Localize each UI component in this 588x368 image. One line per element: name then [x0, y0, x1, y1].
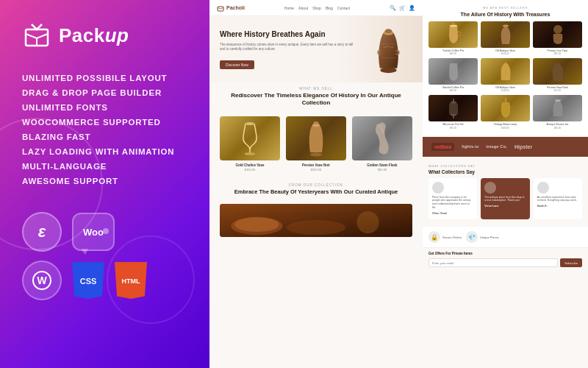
sidebar-product-2[interactable]: Old Antique Vase $120.00	[481, 21, 530, 55]
cta-email-input[interactable]	[429, 258, 558, 267]
testimonials-section: What Collectors Say What Collectors Say …	[423, 158, 588, 225]
product-item-3[interactable]: Golden Swan Flask $50.00	[352, 116, 412, 171]
svg-point-10	[245, 122, 254, 125]
sidebar-product-1[interactable]: Turkish Coffee Pot $80.00	[429, 21, 478, 55]
sidebar-product-4[interactable]: Satchel Coffee Pot $60.00	[429, 58, 478, 92]
product-price-3: $50.00	[352, 168, 412, 171]
product-name-1: Gold Chalice Vase	[220, 163, 280, 167]
section2-title: Embrace The Beauty Of Yesteryears With O…	[209, 188, 423, 199]
user-icon[interactable]: 👤	[409, 5, 415, 11]
site-nav-icons: 🔍 🛒 👤	[390, 5, 415, 11]
lion-icon	[550, 24, 566, 46]
sidebar-product-7[interactable]: Moroccan Tea Set $85.00	[429, 95, 478, 129]
html5-badge: HTML	[115, 262, 147, 299]
wordpress-icon: W	[32, 270, 52, 291]
svg-text:W: W	[37, 275, 47, 286]
section1-title: Rediscover The Timeless Elegance Of Hist…	[209, 92, 423, 113]
nav-blog[interactable]: Blog	[326, 6, 333, 10]
sidebar-cta-section: Get Offers For Private Items Subscribe	[423, 247, 588, 271]
product-image-1	[220, 116, 280, 160]
testimonial-text-2: The antique piece from this shop is a tr…	[484, 196, 526, 203]
brand-hipster: Hipster	[514, 144, 532, 149]
sidebar-product-5[interactable]: Old Antique Vase $140.00	[481, 58, 530, 92]
sidebar-product-img-9	[533, 95, 582, 121]
testimonial-avatar-3	[537, 182, 549, 194]
site-logo-text: Pacholi	[226, 5, 245, 10]
testimonials-title: What Collectors Say	[429, 169, 582, 174]
cta-subscribe-button[interactable]: Subscribe	[560, 258, 582, 267]
site-hero: Where History Breathes Again The eloquen…	[209, 16, 423, 82]
sidebar-product-price-9: $45.00	[533, 127, 582, 130]
css3-badge: CSS	[72, 262, 104, 299]
site-logo: Pacholi	[217, 4, 245, 12]
svg-point-5	[380, 68, 396, 73]
cart-icon[interactable]: 🛒	[399, 5, 406, 11]
sidebar-section-label: We Are Best Sellers	[429, 6, 582, 10]
sidebar-product-price-3: $95.00	[533, 52, 582, 55]
site-logo-icon	[217, 4, 224, 12]
product-item-1[interactable]: Gold Chalice Vase $100.00	[220, 116, 280, 171]
product-price-1: $100.00	[220, 168, 280, 171]
sidebar-product-price-8: $160.00	[481, 127, 530, 130]
section1-label: What We Sell	[209, 82, 423, 92]
feature-item: LAZY LOADING WITH ANIMATION	[22, 147, 187, 156]
product-name-2: Persian Vase Noir	[286, 163, 346, 167]
nav-home[interactable]: Home	[284, 6, 294, 10]
product-name-3: Golden Swan Flask	[352, 163, 412, 167]
sidebar-product-img-2	[481, 21, 530, 48]
svg-point-27	[451, 102, 456, 104]
nav-contact[interactable]: Contact	[337, 6, 350, 10]
search-icon[interactable]: 🔍	[390, 5, 396, 11]
satchel-pot-icon	[446, 60, 461, 83]
testimonial-card-3: An excellent experience from start to fi…	[534, 178, 582, 219]
sidebar-product-img-1	[429, 21, 478, 48]
product-item-2[interactable]: Persian Vase Noir $200.00	[286, 116, 346, 171]
bronze-jar-icon	[551, 98, 565, 118]
feature-item: DRAG & DROP PAGE BUILDER	[22, 88, 187, 97]
sidebar-product-price-1: $80.00	[429, 52, 478, 55]
svg-point-7	[385, 29, 392, 33]
sidebar-product-9[interactable]: Antique Bronze Jar $45.00	[533, 95, 582, 129]
testimonial-author-3: Sarah K.	[537, 205, 578, 208]
footer-badge-1: 🔒 Secure Orders	[429, 231, 462, 243]
svg-point-15	[314, 121, 319, 124]
secure-orders-icon: 🔒	[429, 231, 440, 243]
vase-icon	[305, 119, 327, 158]
sidebar-product-3[interactable]: Persian Lion Tiger $95.00	[533, 21, 582, 55]
unique-pieces-icon: 💎	[466, 231, 478, 243]
curated-antique-image	[220, 204, 412, 237]
website-main: Pacholi Home About Shop Blog Contact 🔍 🛒…	[209, 0, 423, 368]
feature-item: WOOCOMMERCE SUPPORTED	[22, 118, 187, 127]
testimonial-author-2: Victor Lane	[484, 205, 526, 208]
sidebar-product-price-4: $60.00	[429, 89, 478, 92]
sidebar-product-img-7	[429, 95, 478, 121]
feature-item: MULTI-LANGUAGE	[22, 162, 187, 171]
hero-image	[365, 22, 412, 77]
hero-cta-button[interactable]: Discover Now	[220, 60, 254, 69]
section2-image-wrapper	[209, 204, 423, 243]
sidebar-product-img-3	[533, 21, 582, 48]
testimonial-avatar-1	[432, 182, 444, 194]
antique-vase-icon	[499, 24, 512, 46]
feature-item: UNLIMITED FONTS	[22, 103, 187, 112]
sidebar-product-8[interactable]: Vintage Brass Lamp $160.00	[481, 95, 530, 129]
hero-title: Where History Breathes Again	[220, 29, 357, 39]
feature-item: BLAZING FAST	[22, 132, 187, 141]
sidebar-products-grid: Turkish Coffee Pot $80.00 Old Antique Va…	[429, 21, 582, 130]
nav-shop[interactable]: Shop	[312, 6, 321, 10]
site-nav[interactable]: Home About Shop Blog Contact	[284, 6, 350, 10]
testimonials-label: What Collectors Say	[429, 164, 582, 168]
chalice-icon	[240, 120, 260, 157]
hero-text: Where History Breathes Again The eloquen…	[220, 29, 357, 70]
dark-vase-icon	[550, 60, 566, 82]
brand-redbox: redbox	[431, 143, 454, 151]
logo-area: Packup	[22, 21, 187, 50]
testimonial-card-1: Piece from this company is for people wh…	[429, 178, 477, 219]
nav-about[interactable]: About	[298, 6, 308, 10]
sidebar-product-6[interactable]: Persian Vase Dark $75.00	[533, 58, 582, 92]
feature-item: AWESOME SUPPORT	[22, 177, 187, 185]
svg-point-31	[555, 99, 561, 102]
css3-label: CSS	[80, 277, 97, 286]
brands-row: redbox lights.io image Co. Hipster	[423, 137, 588, 157]
left-panel: Packup UNLIMITED POSSIBILE LAYOUT DRAG &…	[0, 0, 209, 368]
